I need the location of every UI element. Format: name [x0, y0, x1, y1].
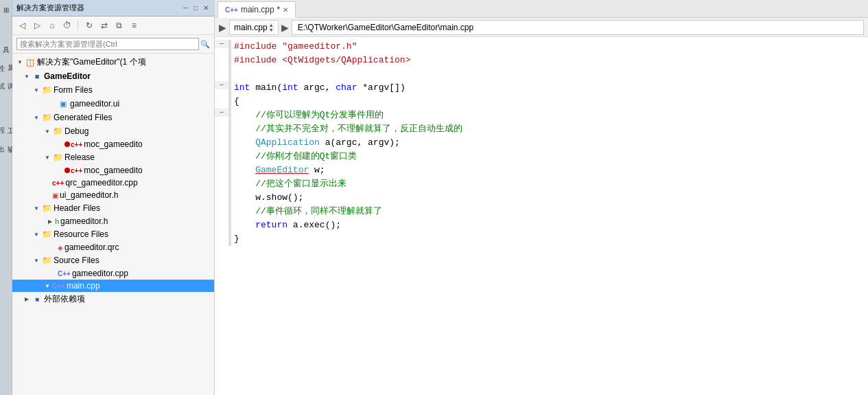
code-text-6: //你可以理解为Qt分发事件用的	[231, 109, 386, 122]
code-text-e1	[231, 246, 242, 260]
header-files-row[interactable]: 📁 Header Files	[12, 201, 214, 215]
no-arrow7	[48, 269, 58, 278]
back-button[interactable]: ◁	[15, 19, 29, 32]
form-files-arrow[interactable]	[32, 85, 41, 95]
h-file-icon: h	[55, 218, 59, 225]
code-editor[interactable]: #include "gameeditor.h" #include <QtWidg…	[215, 37, 868, 395]
form-files-row[interactable]: 📁 Form Files	[12, 83, 214, 97]
main-cpp-arrow[interactable]	[43, 281, 52, 291]
moc-debug-cpp-icon: c++	[71, 141, 82, 148]
left-panel-icon-6[interactable]: 输出	[1, 135, 12, 146]
search-icon: 🔍	[200, 40, 210, 49]
refresh-button[interactable]: ↻	[82, 19, 96, 32]
gutter-6[interactable]	[215, 109, 228, 117]
sidebar-close-icon[interactable]: ✕	[202, 4, 210, 12]
resource-files-row[interactable]: 📁 Resource Files	[12, 227, 214, 241]
no-arrow5	[43, 190, 52, 200]
path-down-btn[interactable]: ▼	[269, 27, 274, 32]
path-separator-arrow: ▶	[281, 22, 289, 33]
header-files-arrow[interactable]	[32, 203, 41, 213]
path-full-display: E:\QTWorker\GameEditor\GameEditor\main.c…	[292, 20, 864, 35]
generated-files-arrow[interactable]	[32, 113, 41, 122]
code-line-12: w.show();	[215, 191, 868, 205]
left-panel-icon-4[interactable]: 调试	[1, 71, 12, 82]
resource-files-arrow[interactable]	[32, 229, 41, 239]
left-panel-icon-3[interactable]: 属性	[1, 54, 12, 65]
gen-folder-icon: 📁	[41, 112, 52, 123]
gameeditor-h-row[interactable]: h gameeditor.h	[12, 215, 214, 227]
ui-h-row[interactable]: ▣ ui_gameeditor.h	[12, 189, 214, 201]
solution-label: 解决方案"GameEditor"(1 个项	[37, 56, 146, 68]
form-files-label: Form Files	[54, 85, 93, 95]
source-files-row[interactable]: 📁 Source Files	[12, 253, 214, 267]
gameeditor-h-arrow[interactable]	[45, 216, 55, 226]
moc-debug-label: moc_gameedito	[84, 139, 142, 149]
sidebar-pin-icon[interactable]: ─	[182, 4, 189, 12]
code-text-2: #include <QtWidgets/QApplication>	[231, 54, 413, 67]
gameeditor-cpp-row[interactable]: C++ gameeditor.cpp	[12, 267, 214, 280]
debug-arrow[interactable]	[43, 126, 52, 136]
solution-expand-arrow[interactable]	[15, 58, 25, 67]
sidebar-title: 解决方案资源管理器	[16, 3, 84, 13]
file-dropdown[interactable]: main.cpp ▲ ▼	[229, 20, 279, 35]
code-line-10: GameEditor w;	[215, 163, 868, 177]
copy-button[interactable]: ⧉	[113, 19, 126, 32]
path-up-btn[interactable]: ▲	[269, 23, 274, 27]
moc-release-row[interactable]: c++ moc_gameedito	[12, 164, 214, 177]
moc-debug-row[interactable]: c++ moc_gameedito	[12, 138, 214, 150]
code-line-6: //你可以理解为Qt分发事件用的	[215, 109, 868, 122]
code-text-11: //把这个窗口显示出来	[231, 177, 349, 191]
search-input[interactable]	[16, 38, 199, 50]
ui-h-label: ui_gameeditor.h	[60, 190, 118, 200]
collapse-btn-4[interactable]	[220, 81, 224, 89]
release-arrow[interactable]	[43, 153, 52, 162]
project-expand-arrow[interactable]	[22, 71, 32, 81]
resource-files-label: Resource Files	[54, 229, 108, 239]
red-dot-icon2	[64, 168, 70, 173]
code-line-7: //其实并不完全对，不理解就算了，反正自动生成的	[215, 122, 868, 136]
project-row[interactable]: ■ GameEditor	[12, 69, 214, 83]
filter-button[interactable]: ≡	[128, 19, 141, 32]
release-folder-icon: 📁	[52, 152, 63, 163]
external-deps-row[interactable]: ■ 外部依赖项	[12, 292, 214, 306]
main-cpp-tab[interactable]: C++ main.cpp * ✕	[218, 1, 296, 18]
sidebar-window-icon[interactable]: □	[192, 4, 199, 12]
gameeditor-ui-row[interactable]: ▣ gameeditor.ui	[12, 97, 214, 111]
collapse-btn-6[interactable]	[220, 109, 224, 117]
left-panel-icon-2[interactable]: 工具箱	[1, 36, 12, 47]
qrc-cpp-row[interactable]: c++ qrc_gameeditor.cpp	[12, 177, 214, 189]
sidebar-search-bar: 🔍	[12, 35, 214, 54]
gutter-1[interactable]	[215, 40, 228, 48]
forward-button[interactable]: ▷	[30, 19, 44, 32]
sync-button[interactable]: ⇄	[97, 19, 111, 32]
code-text-blank	[231, 67, 242, 81]
external-deps-arrow[interactable]	[22, 295, 32, 304]
code-text-14: return a.exec();	[231, 218, 344, 232]
tab-file-icon: C++	[225, 6, 238, 14]
main-cpp-row[interactable]: C++ main.cpp	[12, 280, 214, 292]
tab-close-button[interactable]: ✕	[283, 6, 288, 14]
code-text-10: GameEditor w;	[231, 163, 328, 177]
collapse-btn-1[interactable]	[220, 40, 224, 48]
solution-row[interactable]: ◫ 解决方案"GameEditor"(1 个项	[12, 55, 214, 69]
clock-button[interactable]: ⏱	[60, 19, 74, 32]
code-line-14: return a.exec();	[215, 218, 868, 232]
solution-icon: ◫	[25, 57, 36, 68]
gameeditor-h-label: gameeditor.h	[60, 216, 108, 226]
code-text-8: QApplication a(argc, argv);	[231, 136, 403, 150]
project-label: GameEditor	[44, 71, 91, 81]
left-panel-icon-5[interactable]: 工程	[1, 117, 12, 128]
generated-files-row[interactable]: 📁 Generated Files	[12, 111, 214, 124]
source-folder-icon: 📁	[41, 255, 52, 266]
home-button[interactable]: ⌂	[45, 19, 59, 32]
header-files-label: Header Files	[54, 203, 100, 213]
code-text-9: //你刚才创建的Qt窗口类	[231, 150, 360, 163]
release-row[interactable]: 📁 Release	[12, 150, 214, 164]
external-deps-icon: ■	[32, 294, 43, 305]
left-panel-icon-1[interactable]: ⊞	[1, 4, 12, 15]
sidebar-toolbar: ◁ ▷ ⌂ ⏱ │ ↻ ⇄ ⧉ ≡	[12, 16, 214, 35]
qrc-row[interactable]: ◈ gameeditor.qrc	[12, 241, 214, 253]
gutter-4[interactable]	[215, 81, 228, 89]
debug-row[interactable]: 📁 Debug	[12, 124, 214, 138]
source-files-arrow[interactable]	[32, 256, 41, 265]
